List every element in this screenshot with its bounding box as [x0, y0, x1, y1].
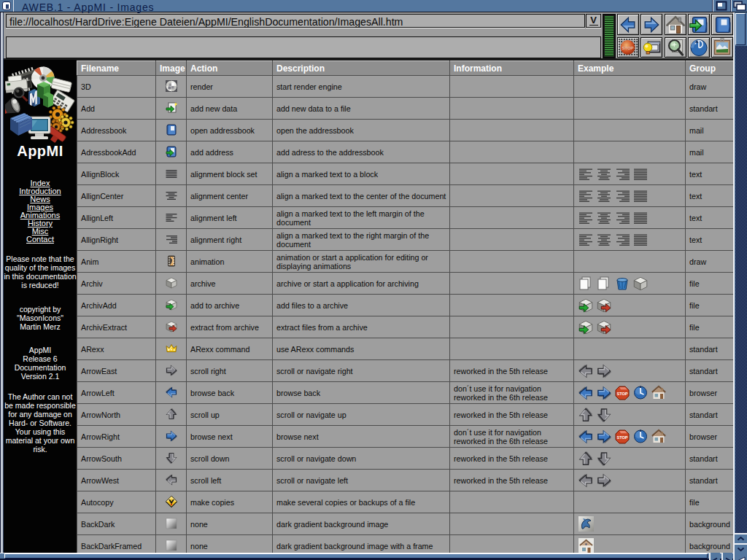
- svg-text:STOP: STOP: [616, 391, 627, 395]
- svg-text:STOP: STOP: [622, 46, 633, 50]
- svg-text:STOP: STOP: [616, 435, 627, 439]
